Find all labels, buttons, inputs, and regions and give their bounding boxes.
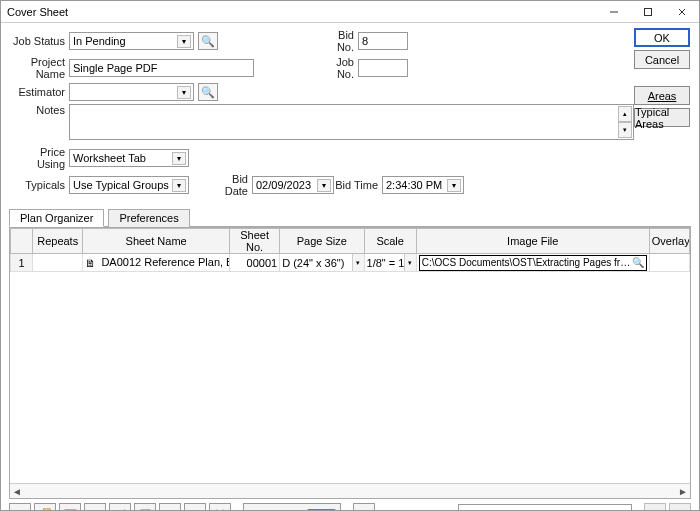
chevron-down-icon: ▾ — [177, 86, 191, 99]
jobno-label: Job No. — [318, 56, 358, 80]
jobstatus-combo[interactable]: In Pending▾ — [69, 32, 194, 50]
jobno-input[interactable] — [358, 59, 408, 77]
image-folder-browse-button[interactable] — [353, 503, 375, 511]
jobstatus-label: Job Status — [9, 35, 69, 47]
col-imagefile[interactable]: Image File — [416, 229, 649, 254]
sheet-icon — [139, 508, 152, 512]
page-icon: 🗎 — [85, 257, 96, 269]
bidno-input[interactable]: 8 — [358, 32, 408, 50]
col-repeats[interactable]: Repeats — [33, 229, 83, 254]
chevron-down-icon: ▾ — [447, 179, 461, 192]
typical-areas-button[interactable]: Typical Areas — [634, 108, 690, 127]
autoname-button[interactable]: Auto Name BETA — [243, 503, 341, 511]
ok-button[interactable]: OK — [634, 28, 690, 47]
image-folder-input[interactable] — [458, 504, 632, 511]
folder-icon — [357, 508, 370, 512]
jobstatus-search-button[interactable]: 🔍 — [198, 32, 218, 50]
col-rownum[interactable] — [11, 229, 33, 254]
link-icon — [114, 508, 127, 512]
image-icon — [64, 508, 77, 512]
cell-sheetname[interactable]: 🗎 DA0012 Reference Plan, Baseme... — [83, 254, 230, 272]
notes-textarea[interactable]: ▴ ▾ — [69, 104, 634, 140]
folder-icon — [89, 508, 102, 512]
chevron-down-icon: ▾ — [172, 152, 186, 165]
cell-pagesize[interactable]: D (24" x 36")▾ — [280, 254, 364, 272]
chevron-down-icon: ▾ — [404, 254, 416, 271]
search-icon[interactable]: 🔍 — [631, 256, 645, 270]
tab-preferences[interactable]: Preferences — [108, 209, 189, 227]
typicals-combo[interactable]: Use Typical Groups▾ — [69, 176, 189, 194]
plus-icon: + — [16, 506, 25, 512]
cell-scale[interactable]: 1/8" = 1'...▾ — [364, 254, 416, 272]
cell-repeats[interactable] — [33, 254, 83, 272]
col-sheetname[interactable]: Sheet Name — [83, 229, 230, 254]
biddate-label: Bid Date — [207, 173, 252, 197]
col-pagesize[interactable]: Page Size — [280, 229, 364, 254]
pencil-icon — [189, 508, 202, 512]
tab-plan-organizer[interactable]: Plan Organizer — [9, 209, 104, 227]
insert-image-button[interactable] — [59, 503, 81, 511]
notes-label: Notes — [9, 104, 69, 116]
link-button[interactable] — [109, 503, 131, 511]
search-icon: 🔍 — [201, 35, 215, 48]
maximize-button[interactable] — [631, 1, 665, 22]
bidno-label: Bid No. — [318, 29, 358, 53]
bottom-toolbar: + ✕ Auto Name BETA Image Folder ▲ ▼ — [9, 503, 691, 511]
window-title: Cover Sheet — [7, 6, 597, 18]
projectname-input[interactable]: Single Page PDF — [69, 59, 254, 77]
chevron-left-icon[interactable]: ◄ — [12, 486, 22, 497]
priceusing-combo[interactable]: Worksheet Tab▾ — [69, 149, 189, 167]
col-scale[interactable]: Scale — [364, 229, 416, 254]
cell-imagefile[interactable]: C:\OCS Documents\OST\Extracting Pages fr… — [416, 254, 649, 272]
chevron-down-icon: ▾ — [177, 35, 191, 48]
horizontal-scrollbar[interactable]: ◄ ► — [10, 483, 690, 498]
typicals-label: Typicals — [9, 179, 69, 191]
notes-scroll-up[interactable]: ▴ — [618, 106, 632, 122]
delete-button[interactable]: ✕ — [209, 503, 231, 511]
move-down-button[interactable]: ▼ — [669, 503, 691, 511]
tab-bar: Plan Organizer Preferences — [9, 208, 691, 227]
open-folder-button[interactable] — [84, 503, 106, 511]
col-sheetno[interactable]: Sheet No. — [229, 229, 279, 254]
bidtime-input[interactable]: 2:34:30 PM▾ — [382, 176, 464, 194]
chevron-right-icon[interactable]: ► — [678, 486, 688, 497]
chevron-down-icon: ▾ — [172, 179, 186, 192]
plan-grid: Repeats Sheet Name Sheet No. Page Size S… — [9, 227, 691, 499]
priceusing-label: Price Using — [9, 146, 69, 170]
bidtime-label: Bid Time — [334, 179, 382, 191]
notes-scroll-down[interactable]: ▾ — [618, 122, 632, 138]
areas-button[interactable]: Areas — [634, 86, 690, 105]
form-area: Job Status In Pending▾ 🔍 Bid No. 8 Proje… — [1, 23, 699, 204]
estimator-combo[interactable]: ▾ — [69, 83, 194, 101]
move-up-button[interactable]: ▲ — [644, 503, 666, 511]
title-bar: Cover Sheet — [1, 1, 699, 23]
ruler-icon — [164, 508, 177, 512]
cancel-button[interactable]: Cancel — [634, 50, 690, 69]
chevron-down-icon: ▾ — [317, 179, 331, 192]
copy-icon — [39, 508, 52, 512]
svg-rect-1 — [645, 8, 652, 15]
projectname-label: Project Name — [9, 56, 69, 80]
x-icon: ✕ — [214, 506, 226, 511]
close-button[interactable] — [665, 1, 699, 22]
cell-sheetno[interactable]: 00001 — [229, 254, 279, 272]
add-button[interactable]: + — [9, 503, 31, 511]
minimize-button[interactable] — [597, 1, 631, 22]
duplicate-button[interactable] — [34, 503, 56, 511]
cell-rownum[interactable]: 1 — [11, 254, 33, 272]
grid-header-row: Repeats Sheet Name Sheet No. Page Size S… — [11, 229, 690, 254]
scale-button[interactable] — [159, 503, 181, 511]
table-row[interactable]: 1 🗎 DA0012 Reference Plan, Baseme... 000… — [11, 254, 690, 272]
col-overlay[interactable]: Overlay — [649, 229, 689, 254]
search-icon: 🔍 — [201, 86, 215, 99]
edit-button[interactable] — [184, 503, 206, 511]
chevron-down-icon: ▾ — [352, 254, 364, 271]
estimator-label: Estimator — [9, 86, 69, 98]
estimator-search-button[interactable]: 🔍 — [198, 83, 218, 101]
biddate-input[interactable]: 02/09/2023▾ — [252, 176, 334, 194]
view-button[interactable] — [134, 503, 156, 511]
cell-overlay[interactable] — [649, 254, 689, 272]
